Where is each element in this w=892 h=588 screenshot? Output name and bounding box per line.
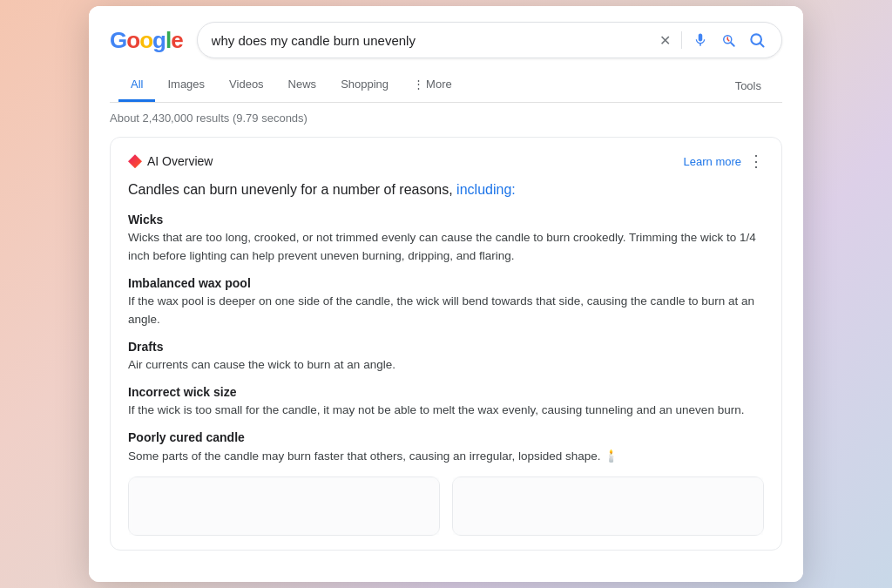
tab-news[interactable]: News [276, 69, 329, 102]
intro-text: Candles can burn unevenly for a number o… [128, 182, 453, 197]
ai-overview-more-button[interactable]: ⋮ [748, 152, 764, 171]
candle-emoji: 🕯️ [604, 449, 618, 463]
google-logo: G o o g l e [110, 27, 183, 54]
search-header: G o o g l e ✕ [89, 6, 803, 103]
visual-search-button[interactable] [719, 30, 738, 50]
search-top-row: G o o g l e ✕ [110, 22, 782, 58]
svg-line-1 [731, 43, 734, 46]
section-drafts-title: Drafts [128, 340, 764, 354]
section-cured-title: Poorly cured candle [128, 430, 764, 444]
section-wicks: Wicks Wicks that are too long, crooked, … [128, 213, 764, 266]
section-drafts-body: Air currents can cause the wick to burn … [128, 356, 764, 375]
bottom-card-2 [452, 476, 764, 536]
logo-o2: o [139, 27, 152, 54]
ai-overview-actions: Learn more ⋮ [684, 152, 764, 171]
search-button[interactable] [747, 30, 767, 51]
section-wicks-title: Wicks [128, 213, 764, 226]
section-wick-size: Incorrect wick size If the wick is too s… [128, 385, 764, 420]
ai-overview-label: AI Overview [147, 154, 213, 168]
search-input[interactable] [212, 33, 651, 48]
search-bar-icons: ✕ [658, 30, 767, 51]
learn-more-button[interactable]: Learn more [684, 155, 741, 168]
section-wicks-body: Wicks that are too long, crooked, or not… [128, 229, 764, 266]
more-dots-icon: ⋮ [413, 78, 424, 91]
bottom-cards [128, 476, 764, 536]
tab-videos[interactable]: Videos [217, 69, 276, 102]
section-wick-size-body: If the wick is too small for the candle,… [128, 402, 764, 420]
bottom-card-1 [128, 476, 440, 536]
logo-o1: o [126, 27, 139, 54]
section-wax-pool: Imbalanced wax pool If the wax pool is d… [128, 276, 764, 329]
more-label: More [426, 78, 452, 91]
svg-line-3 [760, 44, 764, 47]
ai-overview-box: AI Overview Learn more ⋮ Candles can bur… [110, 137, 782, 550]
results-area: About 2,430,000 results (9.79 seconds) A… [89, 103, 803, 581]
tab-shopping[interactable]: Shopping [328, 69, 401, 102]
ai-main-answer: Candles can burn unevenly for a number o… [128, 179, 764, 200]
section-drafts: Drafts Air currents can cause the wick t… [128, 340, 764, 375]
ai-overview-title: AI Overview [128, 154, 213, 168]
ai-diamond-icon [128, 154, 142, 168]
voice-search-button[interactable] [691, 30, 710, 50]
logo-g2: g [152, 27, 166, 54]
search-bar: ✕ [197, 22, 782, 58]
ai-overview-header: AI Overview Learn more ⋮ [128, 152, 764, 171]
logo-e: e [171, 27, 182, 54]
intro-suffix: including: [453, 182, 516, 197]
section-wax-pool-title: Imbalanced wax pool [128, 276, 764, 290]
section-wick-size-title: Incorrect wick size [128, 385, 764, 399]
section-wax-pool-body: If the wax pool is deeper on one side of… [128, 293, 764, 329]
results-count: About 2,430,000 results (9.79 seconds) [110, 112, 782, 125]
search-nav-tabs: All Images Videos News Shopping ⋮ More T… [110, 69, 782, 103]
logo-g1: G [110, 27, 126, 54]
divider [681, 31, 682, 49]
tab-more[interactable]: ⋮ More [401, 69, 464, 102]
browser-window: G o o g l e ✕ [89, 6, 803, 581]
tools-tab[interactable]: Tools [723, 71, 774, 101]
section-cured-body: Some parts of the candle may burn faster… [128, 447, 764, 466]
tab-images[interactable]: Images [155, 69, 217, 102]
section-cured-candle: Poorly cured candle Some parts of the ca… [128, 430, 764, 466]
tab-all[interactable]: All [118, 69, 155, 102]
clear-search-button[interactable]: ✕ [658, 30, 672, 51]
